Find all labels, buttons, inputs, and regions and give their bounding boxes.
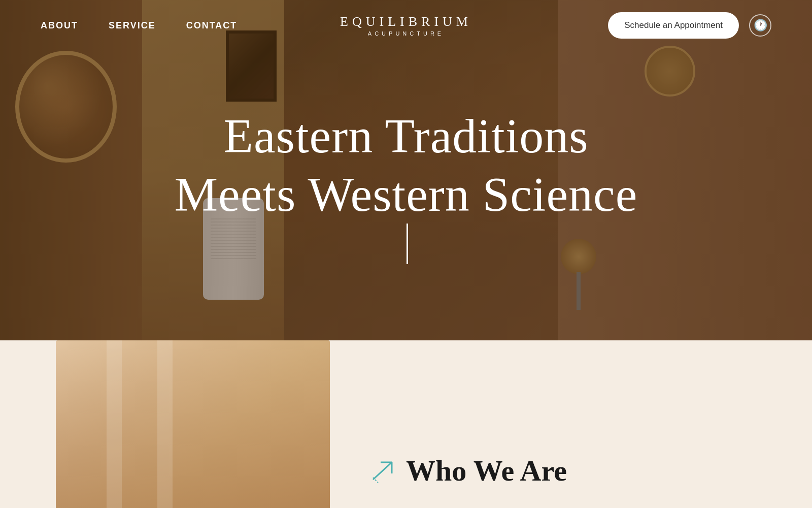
nav-about[interactable]: ABOUT — [41, 20, 78, 31]
hero-line1: Eastern Traditions — [223, 109, 588, 163]
navbar: ABOUT SERVICE CONTACT EQUILIBRIUM ACUPUN… — [0, 0, 812, 51]
who-we-are-title: Who We Are — [406, 454, 567, 488]
svg-line-0 — [373, 462, 392, 480]
hero-content: Eastern Traditions Meets Western Science — [0, 0, 812, 340]
arrow-icon — [370, 458, 396, 484]
who-we-are-section: Who We Are — [330, 433, 812, 508]
nav-service[interactable]: SERVICE — [109, 20, 156, 31]
room-divider-1 — [107, 340, 122, 508]
nav-logo: EQUILIBRIUM ACUPUNCTURE — [340, 14, 472, 37]
who-we-are-image — [56, 340, 330, 508]
nav-left: ABOUT SERVICE CONTACT — [41, 20, 237, 31]
room-divider-2 — [157, 340, 173, 508]
nav-right: Schedule an Appointment 🕐 — [608, 12, 771, 39]
svg-line-3 — [373, 478, 378, 483]
hero-section: ABOUT SERVICE CONTACT EQUILIBRIUM ACUPUN… — [0, 0, 812, 340]
clock-icon[interactable]: 🕐 — [749, 14, 771, 37]
schedule-button[interactable]: Schedule an Appointment — [608, 12, 739, 39]
logo-name: EQUILIBRIUM — [340, 14, 472, 29]
logo-subtitle: ACUPUNCTURE — [340, 30, 472, 37]
hero-cursor — [407, 224, 408, 264]
who-we-are-icon — [370, 458, 396, 484]
hero-line2: Meets Western Science — [175, 167, 638, 221]
hero-headline: Eastern Traditions Meets Western Science — [175, 107, 638, 224]
nav-contact[interactable]: CONTACT — [186, 20, 238, 31]
bottom-section: Who We Are — [0, 340, 812, 508]
